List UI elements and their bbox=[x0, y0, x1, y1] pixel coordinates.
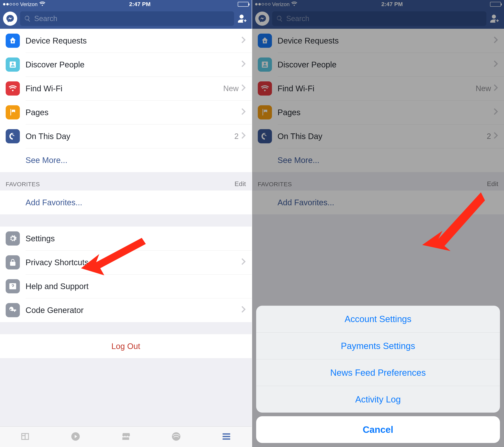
new-badge: New bbox=[223, 84, 238, 93]
chevron-right-icon bbox=[241, 306, 246, 315]
menu-item-label: On This Day bbox=[25, 132, 234, 141]
action-activity-log[interactable]: Activity Log bbox=[256, 386, 500, 412]
messenger-icon[interactable] bbox=[3, 12, 17, 26]
clock-label: 2:47 PM bbox=[129, 1, 151, 7]
annotation-arrow bbox=[81, 232, 146, 276]
svg-marker-2 bbox=[81, 238, 146, 275]
action-cancel[interactable]: Cancel bbox=[256, 416, 500, 443]
favorites-header: FAVORITES Edit bbox=[0, 172, 252, 191]
action-news-feed-preferences[interactable]: News Feed Preferences bbox=[256, 359, 500, 386]
phone-screen-right: Verizon 2:47 PM bbox=[252, 0, 504, 447]
search-input[interactable] bbox=[20, 11, 234, 26]
logout-label: Log Out bbox=[111, 342, 140, 351]
action-account-settings[interactable]: Account Settings bbox=[256, 306, 500, 332]
find-wifi-icon bbox=[6, 81, 20, 96]
add-friend-icon[interactable] bbox=[237, 14, 249, 23]
favorites-title: FAVORITES bbox=[6, 181, 40, 188]
menu-item-help-support[interactable]: Help and Support bbox=[0, 274, 252, 298]
menu-item-on-this-day[interactable]: On This Day 2 bbox=[0, 124, 252, 148]
gear-icon bbox=[6, 232, 20, 246]
menu-item-label: Device Requests bbox=[25, 36, 241, 45]
tab-marketplace[interactable] bbox=[121, 431, 131, 442]
chevron-right-icon bbox=[241, 60, 246, 69]
logout-button[interactable]: Log Out bbox=[0, 334, 252, 358]
menu-content: Device Requests Discover People Find Wi-… bbox=[0, 29, 252, 426]
chevron-right-icon bbox=[241, 36, 246, 45]
pages-icon bbox=[6, 105, 20, 119]
menu-item-find-wifi[interactable]: Find Wi-Fi New bbox=[0, 76, 252, 100]
menu-item-discover-people[interactable]: Discover People bbox=[0, 53, 252, 76]
menu-item-label: Discover People bbox=[25, 60, 241, 69]
search-input-field[interactable] bbox=[34, 14, 230, 23]
tab-newsfeed[interactable] bbox=[20, 431, 30, 442]
menu-item-label: Help and Support bbox=[25, 282, 246, 291]
annotation-arrow bbox=[420, 186, 485, 251]
tab-bar bbox=[0, 426, 252, 447]
key-icon bbox=[6, 303, 20, 317]
phone-screen-left: Verizon 2:47 PM bbox=[0, 0, 252, 447]
action-payments-settings[interactable]: Payments Settings bbox=[256, 332, 500, 359]
settings-action-sheet: Account Settings Payments Settings News … bbox=[256, 306, 500, 443]
menu-item-code-generator[interactable]: Code Generator bbox=[0, 298, 252, 322]
menu-item-label: Pages bbox=[25, 108, 241, 117]
chevron-right-icon bbox=[241, 84, 246, 93]
search-icon bbox=[24, 15, 31, 22]
menu-item-pages[interactable]: Pages bbox=[0, 100, 252, 124]
add-favorites-label: Add Favorites... bbox=[25, 198, 82, 207]
count-badge: 2 bbox=[234, 132, 238, 141]
chevron-right-icon bbox=[241, 108, 246, 117]
menu-item-device-requests[interactable]: Device Requests bbox=[0, 29, 252, 53]
menu-item-label: Code Generator bbox=[25, 306, 241, 315]
battery-icon bbox=[238, 2, 249, 7]
add-favorites-link[interactable]: Add Favorites... bbox=[0, 191, 252, 215]
see-more-label: See More... bbox=[25, 156, 67, 165]
tab-notifications[interactable] bbox=[171, 431, 181, 442]
wifi-icon bbox=[39, 1, 45, 7]
see-more-link[interactable]: See More... bbox=[0, 148, 252, 172]
status-bar: Verizon 2:47 PM bbox=[0, 0, 252, 8]
signal-dots bbox=[3, 3, 18, 5]
device-requests-icon bbox=[6, 34, 20, 48]
chevron-right-icon bbox=[241, 132, 246, 141]
carrier-label: Verizon bbox=[20, 1, 38, 7]
tab-menu[interactable] bbox=[221, 431, 232, 442]
app-header bbox=[0, 8, 252, 29]
discover-people-icon bbox=[6, 57, 20, 72]
tab-video[interactable] bbox=[71, 431, 81, 442]
menu-item-label: Find Wi-Fi bbox=[25, 84, 223, 93]
help-icon bbox=[6, 279, 20, 293]
chevron-right-icon bbox=[241, 258, 246, 267]
on-this-day-icon bbox=[6, 129, 20, 143]
favorites-edit-button[interactable]: Edit bbox=[234, 180, 246, 188]
svg-marker-3 bbox=[422, 192, 485, 251]
lock-icon bbox=[6, 255, 20, 269]
